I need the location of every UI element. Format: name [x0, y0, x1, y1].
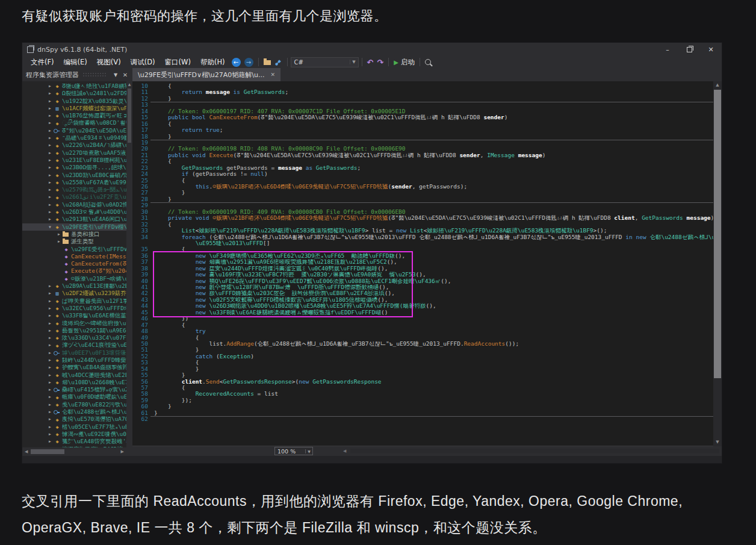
tree-item[interactable]: ◆\u29FE受引\uFFFD∨楷 [22, 246, 132, 253]
restore-button[interactable] [678, 43, 700, 56]
expander-icon[interactable]: ▶ [55, 231, 63, 238]
sidebar-vertical-scrollbar[interactable]: ▲ [126, 81, 132, 447]
code-line[interactable]: 47 { [132, 322, 713, 328]
tree-item[interactable]: ▶◈\u32EC\uE956\uFFFD㻫㰨 [22, 305, 132, 312]
code-line[interactable]: 12 } [132, 96, 713, 102]
tree-item[interactable]: ◆CanExecute(IMessage [22, 253, 132, 260]
tree-item[interactable]: ▶◈Ω裂纽誠ѳ\u2481\u2FD9㕲 [22, 90, 132, 97]
navigate-forward-button[interactable]: → [244, 58, 253, 67]
search-button[interactable] [425, 59, 433, 65]
navigate-back-button[interactable]: ← [232, 58, 241, 67]
tree-item[interactable]: ▶◈ᵔ品嵯\uE934ᇹ\u0949㬮㕝 [22, 134, 132, 142]
start-debug-button[interactable]: ▶ 启动 [394, 58, 415, 67]
code-line[interactable]: 27 } [132, 190, 713, 196]
expander-icon[interactable]: ▶ [46, 297, 54, 305]
expander-icon[interactable]: ▶ [46, 312, 54, 319]
tree-item[interactable]: ▶◈\u33FB틸\uE6AE㯴㑁堇㳄 [22, 312, 132, 319]
scroll-up-icon[interactable]: ▲ [713, 81, 722, 89]
expander-icon[interactable]: ▶ [46, 334, 54, 341]
code-line[interactable]: 62 [132, 416, 713, 422]
menu-item-2[interactable]: 视图(V) [92, 57, 126, 68]
expander-icon[interactable]: ▶ [46, 112, 54, 119]
tree-item[interactable]: ▶◈㭼\u05CE\uE7F7㹤ₐ\uE92 [22, 423, 132, 431]
expander-icon[interactable]: ▶ [46, 201, 54, 208]
tree-item[interactable]: ▶◈㡼㥓\uE570㵧㣆㹮\uA70C [22, 416, 132, 423]
titlebar[interactable]: dnSpy v6.1.8 (64-bit, .NET) – ✕ [22, 43, 722, 56]
expander-icon[interactable]: ▶ [46, 179, 54, 186]
expander-icon[interactable]: ▶ [46, 282, 54, 290]
editor-horizontal-scrollbar[interactable] [350, 449, 719, 453]
tree-item[interactable]: ▶ᘔ"矧\u204E\uE5DA\uE7C5 [22, 127, 132, 134]
language-combo[interactable]: C# ▼ [291, 57, 359, 67]
code-line[interactable]: 48 try [132, 328, 713, 334]
expander-icon[interactable]: ▶ [46, 164, 54, 171]
tree-item[interactable]: ▶◈\u2661ثقi\u2F2F竞\u2371ラ [22, 193, 132, 201]
code-line[interactable]: 45 new \u33FB㨬\uE6AE㗮㣈㡢㴋㑥㛹㖄ㇺ㦡㗦㱾㽊㝆f\uEDDF… [132, 310, 713, 316]
tree-item[interactable]: ▶◈\u2558\uF67A砉\uE99F瑆 [22, 179, 132, 186]
zoom-level-combo[interactable]: 100 % ▼ [274, 447, 313, 455]
tree-item[interactable]: ◆Execute(ᘔ"矧\u204E\u [22, 267, 132, 275]
tree-item[interactable]: ▶◈\u1922靛X\u0835歙灵\u0E [22, 98, 132, 105]
editor-vertical-scrollbar[interactable]: ▲ ▼ [713, 81, 722, 446]
tree-item[interactable]: ▶◈㦆㵧∾㗯\uE92E㖦㑺\u0A4 [22, 431, 132, 438]
tree-item[interactable]: ▶◈㖅\u4DCC㙙㺿㦮㥩\uE2E8 [22, 372, 132, 379]
expander-icon[interactable]: ▶ [46, 423, 54, 431]
tree-item[interactable]: ◆CanExecuteFrom(ᘔ"矧 [22, 260, 132, 267]
tree-item[interactable]: ▶◈\u2226\u2B4A/˥舔礴\u072 [22, 142, 132, 149]
code-line[interactable]: 15 public bool CanExecuteFrom(ᘔ"醔\u204E\… [132, 114, 713, 120]
code-line[interactable]: 46 }) [132, 316, 713, 322]
menu-item-4[interactable]: 窗口(W) [160, 57, 196, 68]
code-line[interactable]: 59 }); [132, 397, 713, 403]
scrollbar-thumb[interactable] [714, 90, 721, 378]
panel-collapse-button[interactable]: ▼ [111, 72, 120, 78]
tree-item[interactable]: ▶◈ば嘷关豊몹㦮㐭\u12F1㝁 [22, 297, 132, 305]
code-line[interactable]: 31 private void ☺贩㻒\u21BF㖔㳅\uE6D4㯹㖻\u06E… [132, 215, 713, 221]
tree-item[interactable]: ▶◈\u1B76坌怖愿氍丐㎡旺ᝊ [22, 112, 132, 119]
scroll-left-icon[interactable]: ◀ [343, 446, 346, 456]
expander-icon[interactable]: ▶ [46, 157, 54, 164]
expander-icon[interactable]: ▶ [46, 90, 54, 97]
tree-item[interactable]: ▶◈\u231E\uF8EB狸柯苑\uF15 [22, 157, 132, 164]
tree-item[interactable]: ▶◈㺤㍂\uEA48㫮㝠㷡㪛㟴'㝷 [22, 438, 132, 445]
scrollbar-thumb[interactable] [128, 89, 131, 143]
expander-icon[interactable]: ▶ [46, 386, 54, 393]
expander-icon[interactable]: ▶ [46, 134, 54, 142]
expander-icon[interactable]: ▶ [46, 208, 54, 216]
expander-icon[interactable]: ▶ [46, 290, 54, 297]
tree-item[interactable]: ▶基类和接口 [22, 231, 132, 238]
tree-item[interactable]: ▶◈ᘔ饶∪賺ᄾ绝攼\u1FAB赐㹺 [22, 83, 132, 90]
expander-icon[interactable]: ▶ [46, 416, 54, 423]
expander-icon[interactable]: ▶ [46, 357, 54, 364]
code-line[interactable]: 17 return true; [132, 127, 713, 133]
tree-item[interactable]: ▶◈\u268A頛ѯ겳僻\u0AD2㦅 [22, 201, 132, 208]
tree-item[interactable]: ▶◈ೄ෯袋癗詟略\u08CD'힆텛 [22, 119, 132, 126]
expander-icon[interactable]: ▶ [46, 172, 54, 179]
expander-icon[interactable]: ▶ [46, 193, 54, 201]
tree-item[interactable]: ▶◈㩼㞰\u244D\uFFFD蜂㭰㺏 [22, 357, 132, 364]
expander-icon[interactable]: ▶ [46, 393, 54, 400]
scroll-up-icon[interactable]: ▲ [126, 81, 132, 87]
tree-item[interactable]: ▶㙤\u0EE7\u0F13㙥㫮㻩㱤 [22, 349, 132, 357]
assembly-explorer-header[interactable]: 程序集资源管理器 ▼ ✕ [22, 68, 132, 81]
code-line[interactable]: 26 this.☺贩㻒\u21BF㖔㳅\uE6D4㯹㖻\u06E9㦮㡝䢠\uF7… [132, 184, 713, 190]
menu-item-0[interactable]: 文件(F) [26, 57, 59, 68]
code-line[interactable]: 61} [132, 410, 713, 416]
code-line[interactable]: 21 public void Execute(ᘔ"醔\u204E\uE5DA\u… [132, 152, 713, 158]
expander-icon[interactable]: ▶ [46, 364, 54, 371]
scroll-left-icon[interactable]: ◀ [25, 447, 28, 456]
expander-icon[interactable]: ▶ [46, 408, 54, 416]
tree-item[interactable]: ▼◈\u29FE受引\uFFFD∨楷\u27 [22, 223, 132, 231]
tree-item[interactable]: ▶▤\u2DF2爡诚\u3239菇乔ㆢ [22, 290, 132, 297]
code-line[interactable]: 24 if (getPasswords != null) [132, 171, 713, 177]
open-file-button[interactable] [264, 59, 271, 65]
panel-close-button[interactable]: ✕ [120, 72, 130, 78]
code-line[interactable]: 52 catch (Exception) [132, 353, 713, 360]
tree-item[interactable]: ◆☺贩潦\u21BF¬啥䖷\u06E [22, 275, 132, 282]
expander-icon[interactable]: ▶ [46, 305, 54, 312]
expander-icon[interactable]: ▼ [46, 223, 54, 231]
tree-item[interactable]: ▶◈\u227D﨏鴍散\uAAF5液䢗 [22, 149, 132, 157]
tree-item[interactable]: ▶◈㰨\u336D\u33C4\u07FE㕄 [22, 334, 132, 341]
tree-item[interactable]: ▶◈㦮\uE780\uE822污㰤\u0E5 [22, 401, 132, 408]
minimize-button[interactable]: – [657, 43, 678, 56]
expander-icon[interactable]: ▶ [55, 238, 63, 245]
